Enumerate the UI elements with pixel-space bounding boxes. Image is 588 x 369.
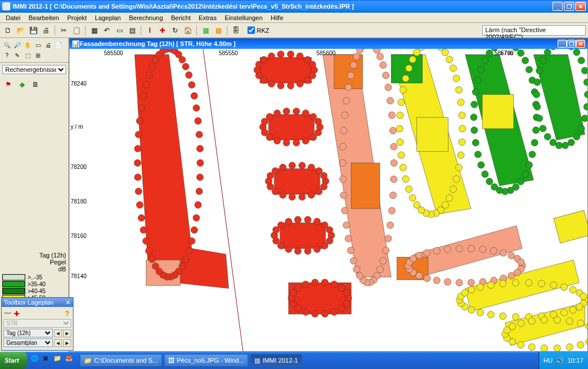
svg-point-378 [382, 72, 389, 79]
refresh-icon[interactable]: ↻ [169, 25, 181, 36]
menu-datei[interactable]: Datei [2, 13, 24, 22]
prev-button[interactable]: ◄ [54, 329, 62, 337]
select-icon[interactable]: ▭ [33, 40, 42, 49]
zoom-out-icon[interactable]: 🔎 [13, 40, 22, 49]
svg-point-343 [385, 235, 392, 242]
export-icon[interactable]: 📄 [54, 40, 63, 49]
tray-clock: 10:17 [567, 357, 583, 364]
shape-icon[interactable]: ◆ [16, 79, 28, 90]
y-tick-0: 78240 [71, 80, 87, 87]
undo-icon[interactable]: ↶ [101, 25, 113, 36]
grid-icon[interactable]: ▩ [200, 25, 211, 36]
help-icon[interactable]: ? [63, 310, 71, 318]
rkz-check-input[interactable] [247, 26, 255, 34]
tray-lang[interactable]: HU [544, 357, 553, 364]
minimize-button[interactable]: _ [552, 2, 563, 11]
svg-point-155 [459, 139, 466, 145]
svg-point-380 [387, 97, 394, 104]
toolbox-lageplan[interactable]: Toolbox Lageplan ✕ 〰 ✚ ? STR Tag (12h) ◄… [1, 297, 74, 351]
prev2-button[interactable]: ◄ [54, 339, 62, 347]
menu-bearbeiten[interactable]: Bearbeiten [25, 13, 63, 22]
map-maximize-button[interactable]: ❐ [567, 40, 576, 48]
start-button[interactable]: Start [0, 352, 27, 369]
plus-icon[interactable]: ✚ [157, 25, 168, 36]
hand-icon[interactable]: ✋ [23, 40, 32, 49]
menu-lageplan[interactable]: Lageplan [91, 13, 124, 22]
map-close-button[interactable]: ✕ [576, 40, 585, 48]
save-icon[interactable]: 💾 [28, 25, 39, 36]
toolbox-title[interactable]: Toolbox Lageplan ✕ [2, 298, 73, 307]
map-minimize-button[interactable]: _ [558, 40, 567, 48]
close-button[interactable]: ✕ [575, 2, 586, 11]
quick-launch: 🌐 🖥 📁 🦊 [27, 355, 79, 366]
cut-icon[interactable]: ✂ [58, 25, 69, 36]
print-icon[interactable]: 🖨 [40, 25, 52, 36]
map-canvas[interactable]: 585500 585550 585600 585700 x / m 78240 … [69, 49, 587, 351]
legend-line1: Tag (12h) [2, 252, 66, 259]
svg-point-218 [486, 49, 493, 56]
svg-point-124 [140, 226, 147, 233]
flag-icon[interactable]: ⚑ [2, 79, 14, 90]
zoom-in-icon[interactable]: 🔍 [2, 40, 11, 49]
toolbox-field3[interactable]: Gesamtplan [3, 339, 53, 347]
grid2-icon[interactable]: ▩ [212, 25, 224, 36]
t2-icon[interactable]: ✎ [13, 51, 22, 60]
svg-point-212 [470, 114, 477, 121]
rkz-checkbox[interactable]: RKZ [247, 26, 269, 34]
new-icon[interactable]: 🗋 [2, 25, 14, 36]
system-tray[interactable]: HU 🔊 10:17 [539, 352, 588, 369]
menu-hilfe[interactable]: Hilfe [267, 13, 287, 22]
svg-rect-4 [274, 168, 320, 194]
map-window: 📊 Fassadenberechnung Tag (12h) [ STR, Hö… [69, 38, 588, 352]
svg-point-354 [350, 257, 357, 264]
svg-point-80 [285, 218, 292, 225]
menu-extras[interactable]: Extras [195, 13, 220, 22]
toolbox-field2[interactable]: Tag (12h) [3, 329, 53, 337]
svg-point-243 [533, 91, 540, 98]
menu-projekt[interactable]: Projekt [64, 13, 90, 22]
ql-desktop-icon[interactable]: 🖥 [42, 355, 52, 366]
ql-ie-icon[interactable]: 🌐 [30, 355, 41, 366]
svg-point-259 [508, 272, 515, 279]
t1-icon[interactable]: ? [2, 51, 11, 60]
next-button[interactable]: ► [63, 329, 71, 337]
svg-point-315 [580, 293, 587, 300]
svg-point-52 [315, 188, 322, 195]
legend-line2: Pegel [2, 259, 66, 266]
window-icon[interactable]: ▤ [126, 25, 138, 36]
directive-field[interactable]: Lärm (nach "Directive 2002/49/EC") [482, 25, 586, 36]
t3-icon[interactable]: ⬚ [23, 51, 32, 60]
copy-icon[interactable]: 📋 [71, 25, 82, 36]
toolbox-field1[interactable]: STR [3, 319, 71, 328]
tool-icon[interactable]: ▭ [114, 25, 125, 36]
svg-point-356 [345, 235, 352, 242]
ql-explorer-icon[interactable]: 📁 [53, 355, 64, 366]
menu-bericht[interactable]: Bericht [168, 13, 194, 22]
toolbox-close-icon[interactable]: ✕ [65, 299, 71, 306]
next2-button[interactable]: ► [63, 339, 71, 347]
svg-point-254 [581, 67, 587, 74]
curve-icon[interactable]: 〰 [3, 310, 11, 318]
menu-einstellungen[interactable]: Einstellungen [221, 13, 266, 22]
ql-ff-icon[interactable]: 🦊 [65, 355, 75, 366]
t4-icon[interactable]: ⊞ [33, 51, 42, 60]
menu-berechnung[interactable]: Berechnung [125, 13, 166, 22]
info-icon[interactable]: I [144, 25, 156, 36]
doc-icon[interactable]: 🗎 [30, 79, 41, 90]
results-combo[interactable]: Rechenergebnisse [2, 65, 66, 74]
print2-icon[interactable]: 🖨 [44, 40, 53, 49]
legend-swatch [2, 288, 25, 294]
task-explorer[interactable]: 📁 C:\Documents and S... [80, 354, 162, 367]
maximize-button[interactable]: ❐ [564, 2, 574, 11]
db-icon[interactable]: 🗄 [230, 25, 242, 36]
home-icon[interactable]: 🏠 [182, 25, 194, 36]
target-icon[interactable]: ✚ [13, 310, 21, 318]
table-icon[interactable]: ▦ [88, 25, 100, 36]
task-image[interactable]: 🖼 Pécs_no5.JPG - Wind... [164, 354, 248, 367]
svg-point-106 [196, 188, 203, 195]
svg-point-200 [517, 178, 524, 185]
tray-vol-icon[interactable]: 🔊 [556, 357, 564, 364]
task-immi[interactable]: ▥ IMMI 2012-1 [250, 354, 302, 367]
open-icon[interactable]: 📂 [15, 25, 26, 36]
svg-point-375 [373, 49, 380, 53]
